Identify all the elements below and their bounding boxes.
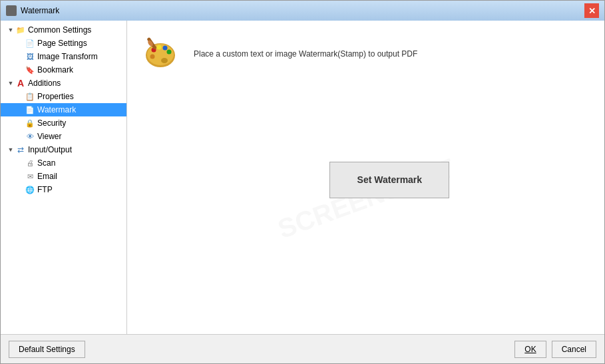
expander-common-settings: ▼	[6, 25, 15, 35]
sidebar: ▼ 📁 Common Settings ▶ 📄 Page Settings ▶	[1, 21, 127, 334]
expander-io: ▼	[6, 145, 15, 154]
sidebar-item-input-output[interactable]: ▼ ⇄ Input/Output	[1, 143, 126, 156]
sidebar-item-additions[interactable]: ▼ A Additions	[1, 77, 126, 90]
window-body: ▼ 📁 Common Settings ▶ 📄 Page Settings ▶	[1, 21, 604, 363]
main-window: Watermark ✕ ▼ 📁 Common Settings ▶	[0, 0, 605, 364]
watermark-palette-icon	[140, 34, 180, 74]
scan-icon: 🖨	[25, 158, 35, 168]
sidebar-label-viewer: Viewer	[37, 132, 61, 141]
email-icon: ✉	[25, 171, 35, 182]
svg-point-2	[161, 58, 168, 63]
bottom-left: Default Settings	[9, 341, 85, 358]
sidebar-label-input-output: Input/Output	[28, 145, 72, 154]
sidebar-item-email[interactable]: ▶ ✉ Email	[1, 170, 126, 183]
window-title: Watermark	[21, 6, 59, 15]
sidebar-label-bookmark: Bookmark	[37, 65, 73, 75]
properties-icon: 📋	[25, 91, 35, 102]
watermark-icon: 📄	[25, 104, 35, 115]
svg-point-5	[163, 46, 168, 51]
sidebar-label-security: Security	[37, 118, 66, 128]
svg-point-6	[167, 50, 172, 55]
io-icon: ⇄	[15, 144, 26, 155]
bottom-right: OK Cancel	[514, 341, 596, 358]
sidebar-label-common-settings: Common Settings	[28, 25, 91, 35]
palette-svg	[143, 37, 178, 71]
svg-point-4	[157, 45, 162, 50]
bottom-bar: Default Settings OK Cancel	[1, 334, 604, 363]
bookmark-icon: 🔖	[25, 65, 35, 75]
transform-icon: 🖼	[25, 51, 35, 62]
app-icon	[6, 5, 17, 16]
ftp-icon: 🌐	[25, 184, 35, 195]
sidebar-item-watermark[interactable]: ▶ 📄 Watermark	[1, 103, 126, 116]
sidebar-item-security[interactable]: ▶ 🔒 Security	[1, 116, 126, 130]
sidebar-item-ftp[interactable]: ▶ 🌐 FTP	[1, 183, 126, 196]
sidebar-item-scan[interactable]: ▶ 🖨 Scan	[1, 156, 126, 170]
page-icon: 📄	[25, 38, 35, 49]
sidebar-label-scan: Scan	[37, 158, 55, 168]
sidebar-label-watermark: Watermark	[37, 105, 76, 114]
sidebar-label-image-transform: Image Transform	[37, 52, 98, 61]
folder-icon: 📁	[15, 25, 26, 35]
content-top: Place a custom text or image Watermark(S…	[140, 34, 591, 74]
set-watermark-button[interactable]: Set Watermark	[329, 162, 449, 198]
title-bar: Watermark ✕	[1, 1, 604, 21]
content-description: Place a custom text or image Watermark(S…	[194, 49, 417, 59]
expander-additions: ▼	[6, 79, 15, 88]
sidebar-label-additions: Additions	[28, 79, 61, 88]
sidebar-label-page-settings: Page Settings	[37, 39, 87, 48]
default-settings-button[interactable]: Default Settings	[9, 341, 85, 358]
main-area: ▼ 📁 Common Settings ▶ 📄 Page Settings ▶	[1, 21, 604, 334]
sidebar-item-common-settings[interactable]: ▼ 📁 Common Settings	[1, 23, 126, 37]
close-button[interactable]: ✕	[584, 3, 599, 18]
svg-point-7	[150, 55, 155, 59]
sidebar-item-image-transform[interactable]: ▶ 🖼 Image Transform	[1, 50, 126, 63]
sidebar-item-properties[interactable]: ▶ 📋 Properties	[1, 90, 126, 103]
ok-button[interactable]: OK	[514, 341, 546, 358]
sidebar-item-bookmark[interactable]: ▶ 🔖 Bookmark	[1, 63, 126, 77]
content-area: Place a custom text or image Watermark(S…	[127, 21, 604, 334]
security-icon: 🔒	[25, 118, 35, 128]
additions-icon: A	[15, 78, 26, 89]
viewer-icon: 👁	[25, 131, 35, 142]
sidebar-label-email: Email	[37, 172, 57, 181]
sidebar-label-properties: Properties	[37, 92, 74, 101]
cancel-button[interactable]: Cancel	[552, 341, 596, 358]
sidebar-item-page-settings[interactable]: ▶ 📄 Page Settings	[1, 37, 126, 50]
sidebar-item-viewer[interactable]: ▶ 👁 Viewer	[1, 130, 126, 143]
title-bar-left: Watermark	[6, 5, 59, 16]
sidebar-label-ftp: FTP	[37, 185, 53, 194]
